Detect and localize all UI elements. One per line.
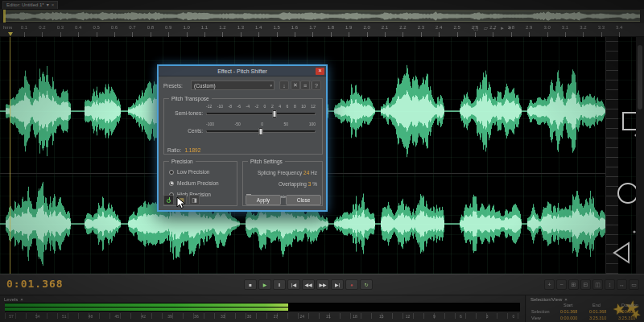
level-meter [5,303,520,312]
dialog-titlebar[interactable]: Effect - Pitch Shifter × [159,66,326,76]
ruler-tick-label: 2.2 [399,25,406,30]
skip-to-end-button[interactable]: ▶| [331,279,344,290]
levels-tab[interactable]: Levels × [4,297,23,302]
playhead-cap-icon[interactable] [8,32,13,36]
marquee-tool-icon[interactable]: ▢ [473,25,479,31]
ruler-tick: 3.4 [619,23,638,37]
zoom-in-time-button[interactable]: ⊞ [568,279,579,290]
semitones-track[interactable] [206,113,316,115]
time-display[interactable]: 0:01.368 [6,278,64,290]
play-button[interactable]: ▶ [258,279,271,290]
mouse-cursor [176,196,188,209]
ruler-tick-label: 0.7 [129,25,135,30]
zoom-out-time-button[interactable]: ⊟ [580,279,591,290]
selview-value[interactable]: 3:25.310 [589,316,606,320]
stop-button[interactable]: ■ [244,279,257,290]
presets-label: Presets: [163,83,183,89]
radio-dot [171,182,173,184]
invert-toggle-icon[interactable]: ◨ [189,195,200,205]
pitch-transpose-title: Pitch Transpose [169,96,212,101]
ruler-mini-toolbar[interactable]: ▢▱◒▸▾ [473,25,511,31]
cents-slider[interactable]: -100-50050100 [206,122,316,138]
semitones-thumb[interactable] [273,110,277,118]
skip-to-start-button[interactable]: |◀ [287,279,300,290]
playhead-line[interactable] [10,37,10,274]
power-icon-bar [169,197,170,200]
options-mini-icon[interactable]: ▾ [509,25,512,31]
overview-playhead-marker[interactable] [3,10,6,23]
close-button[interactable]: Close [286,195,321,205]
radio-icon[interactable] [169,170,174,175]
record-button[interactable]: ● [345,279,358,290]
rewind-button[interactable]: ◀◀ [302,279,315,290]
cents-thumb[interactable] [259,128,263,135]
save-preset-icon[interactable]: ↓ [279,80,289,90]
zoom-vertical-button[interactable]: ↕ [605,279,615,290]
ruler-tick-label: 1.2 [219,25,225,30]
dialog-close-button[interactable]: × [316,68,324,75]
tab-close-icon[interactable]: × [52,2,55,9]
selview-value[interactable]: 0:01.368 [589,309,606,314]
apply-button[interactable]: Apply [246,195,281,205]
zoom-in-button[interactable]: + [544,279,555,290]
ruler-tick-label: 0.3 [57,25,64,30]
header-bar [0,0,644,9]
meter-bar-right [5,308,288,311]
pitch-settings-title: Pitch Settings [248,159,285,164]
settings-icon[interactable]: ≡ [300,80,310,90]
play-mini-icon[interactable]: ▸ [501,25,504,31]
pause-button[interactable]: Ⅱ [273,279,286,290]
meter-scale-number: 48 [89,314,93,319]
ruler-tick-label: 1.3 [237,25,244,30]
meter-scale-number: 0 [513,314,515,319]
vertical-scrollbar-handle[interactable] [638,45,642,109]
semitone-tick-label: 10 [301,104,306,110]
effect-power-toggle[interactable] [163,195,174,205]
meter-scale-number: 51 [62,314,67,319]
chevron-down-icon[interactable]: ▾ [47,2,49,9]
semitone-tick-label: -2 [255,104,258,110]
ruler-tick-label: 3.1 [562,25,568,30]
pitch-shifter-dialog: Effect - Pitch Shifter × Presets: (Custo… [157,64,328,212]
ruler-tick-label: 2.3 [418,25,424,30]
presets-dropdown[interactable]: (Custom) ▾ [191,80,275,90]
precision-option-medium[interactable]: Medium Precision [169,180,219,186]
meter-scale-number: 3 [486,314,489,319]
selection-view-tab-close-icon[interactable]: × [564,297,568,302]
circle-shape-icon [618,184,638,203]
editor-file-tab[interactable]: Editor: Untitled 1* ▾ × [2,1,58,9]
semitones-label: Semi-tones: [175,110,203,116]
edit-tool-icon[interactable]: ▱ [484,25,488,31]
overview-waveform[interactable] [4,10,640,22]
precision-option-low[interactable]: Low Precision [169,169,219,175]
contrast-icon[interactable]: ◒ [493,25,496,31]
transport-buttons: ■▶Ⅱ|◀◀◀▶▶▶|●↻ [244,279,373,290]
zoom-selection-button[interactable]: ◫ [592,279,603,290]
cents-tick-label: 0 [261,122,263,128]
selection-view-tab[interactable]: Selection/View × [530,297,568,302]
ruler-tick-label: 0.4 [75,25,81,30]
selview-value[interactable]: 0:00.000 [560,316,577,320]
semitone-tick-label: 8 [294,104,296,110]
help-icon[interactable]: ? [312,80,321,90]
ratio-value[interactable]: 1.1892 [184,147,200,153]
cents-tick-label: 100 [309,122,316,128]
fast-forward-button[interactable]: ▶▶ [316,279,329,290]
selview-value[interactable]: 3:25.310 [618,316,635,320]
semitone-tick-label: 2 [271,104,274,110]
levels-tab-close-icon[interactable]: × [20,297,23,302]
radio-icon[interactable] [169,181,174,186]
zoom-out-button[interactable]: − [556,279,567,290]
selview-value[interactable]: 0:00.000 [618,309,635,314]
zoom-horizontal-button[interactable]: ↔ [617,279,627,290]
ratio-label: Ratio: [167,147,181,153]
meter-scale-number: 21 [326,314,331,319]
overview-navigator[interactable] [3,10,641,23]
semitones-slider[interactable]: -12-10-8-6-4-2024681012 [206,104,316,120]
loop-button[interactable]: ↻ [360,279,373,290]
timeline-ruler[interactable]: 0.10.20.30.40.50.60.70.80.91.01.11.21.31… [0,23,644,37]
selview-value[interactable]: 0:01.368 [560,309,577,314]
meter-scale-number: 27 [274,314,279,319]
zoom-reset-button[interactable]: ▭ [629,279,639,290]
delete-preset-icon[interactable]: ✕ [291,80,300,90]
